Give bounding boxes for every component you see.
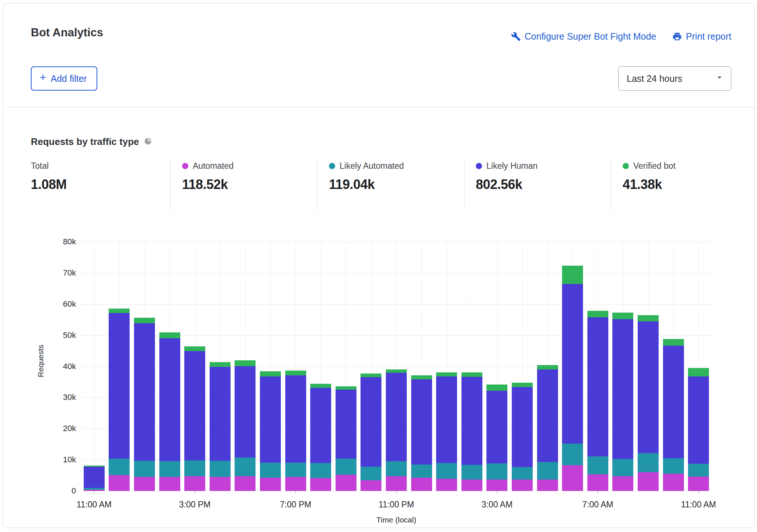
x-tick: [396, 491, 397, 494]
bar-700am-20: [587, 242, 608, 491]
bar-segment-automated: [663, 474, 684, 491]
bar-1000am-23: [663, 242, 684, 491]
bar-segment-verified-bot: [159, 332, 180, 338]
bar-segment-likely-automated: [134, 461, 155, 477]
stat-verified-bot: Verified bot 41.38k: [623, 161, 675, 192]
bar-segment-likely-automated: [638, 453, 659, 472]
bar-segment-automated: [285, 477, 306, 491]
bar-300pm-4: [184, 242, 205, 491]
bar-segment-likely-human: [184, 351, 205, 460]
bar-segment-automated: [512, 480, 533, 491]
bar-segment-automated: [436, 479, 457, 491]
bar-300am-16: [486, 242, 507, 491]
bar-segment-verified-bot: [411, 375, 432, 379]
bar-600pm-7: [260, 242, 281, 491]
bar-segment-likely-automated: [285, 463, 306, 477]
bar-segment-likely-human: [461, 377, 482, 464]
add-filter-label: Add filter: [51, 73, 87, 84]
stat-divider: [170, 160, 171, 211]
bar-segment-likely-automated: [361, 467, 381, 480]
bar-segment-automated: [486, 480, 507, 491]
x-tick-label: 7:00 AM: [561, 500, 634, 510]
add-filter-button[interactable]: Add filter: [31, 66, 97, 91]
bar-segment-verified-bot: [486, 385, 507, 391]
bar-segment-likely-human: [159, 338, 180, 461]
bar-600am-19: [562, 242, 583, 491]
bar-segment-automated: [361, 480, 381, 491]
bar-segment-likely-human: [285, 375, 306, 463]
bar-segment-likely-automated: [537, 462, 558, 480]
bar-segment-verified-bot: [235, 360, 256, 366]
bar-segment-likely-human: [210, 367, 231, 460]
bar-200am-15: [461, 242, 482, 491]
x-tick: [296, 491, 296, 494]
bar-700pm-8: [285, 242, 306, 491]
plus-icon: [38, 73, 48, 84]
y-tick-label: 50k: [47, 331, 76, 340]
bar-1000pm-11: [361, 242, 381, 491]
bar-segment-likely-human: [361, 377, 381, 467]
bar-segment-likely-automated: [663, 458, 684, 474]
y-tick-label: 30k: [47, 393, 76, 402]
bar-segment-likely-automated: [587, 456, 608, 474]
bar-segment-likely-human: [386, 373, 407, 461]
stat-total: Total 1.08M: [31, 161, 67, 192]
bar-800pm-9: [310, 242, 331, 491]
y-tick-label: 70k: [47, 268, 76, 278]
x-tick-label: 3:00 PM: [158, 500, 232, 510]
x-tick-label: 7:00 PM: [259, 500, 332, 510]
y-axis-title: Requests: [36, 335, 46, 387]
x-tick: [195, 491, 195, 494]
bar-100pm-2: [134, 242, 155, 491]
requests-stacked-bar-chart: 010k20k30k40k50k60k70k80k11:00 AM3:00 PM…: [82, 242, 711, 491]
stat-divider: [611, 160, 611, 211]
bar-segment-likely-automated: [260, 463, 281, 478]
configure-super-bot-fight-mode-link[interactable]: Configure Super Bot Fight Mode: [511, 31, 656, 42]
bar-segment-likely-human: [562, 284, 583, 444]
y-tick-label: 10k: [47, 455, 76, 464]
bar-segment-likely-human: [84, 467, 105, 488]
bar-segment-likely-human: [587, 317, 608, 456]
bar-segment-automated: [184, 476, 205, 491]
bar-segment-automated: [587, 474, 608, 491]
bar-segment-verified-bot: [688, 368, 709, 376]
bar-segment-likely-human: [310, 388, 331, 463]
bar-segment-likely-automated: [310, 463, 331, 478]
x-tick-label: 3:00 AM: [460, 500, 534, 510]
x-tick-label: 11:00 AM: [662, 500, 735, 510]
header-actions: Configure Super Bot Fight Mode Print rep…: [511, 31, 731, 42]
bar-segment-likely-automated: [386, 461, 407, 476]
print-report-link[interactable]: Print report: [672, 31, 731, 42]
bar-segment-verified-bot: [84, 466, 105, 467]
bar-segment-verified-bot: [210, 362, 231, 367]
stat-likely-human: Likely Human 802.56k: [476, 161, 537, 192]
bar-segment-likely-automated: [486, 463, 507, 479]
likely-human-dot: [476, 163, 482, 169]
x-tick-label: 11:00 AM: [57, 500, 131, 510]
bar-segment-likely-human: [537, 369, 558, 462]
y-tick-label: 80k: [47, 237, 76, 247]
bar-segment-likely-automated: [184, 460, 205, 476]
bar-segment-likely-human: [109, 313, 130, 459]
print-link-label: Print report: [686, 31, 731, 42]
bar-segment-automated: [260, 478, 281, 491]
stat-total-label: Total: [31, 161, 49, 171]
traffic-type-stats: Total 1.08M Automated 118.52k Likely Aut…: [3, 161, 757, 212]
bar-segment-likely-human: [260, 376, 281, 463]
bar-segment-automated: [235, 476, 256, 491]
bar-segment-likely-human: [336, 390, 356, 459]
bar-segment-automated: [386, 476, 407, 491]
bar-segment-automated: [336, 475, 356, 491]
bar-segment-automated: [159, 477, 180, 491]
bar-800am-21: [612, 242, 633, 491]
bar-1200pm-1: [109, 242, 130, 491]
bar-segment-verified-bot: [310, 384, 331, 388]
x-tick-label: 11:00 PM: [360, 500, 433, 510]
bar-segment-verified-bot: [562, 266, 583, 284]
wrench-icon: [511, 32, 521, 41]
bar-segment-likely-automated: [210, 461, 231, 477]
stat-total-value: 1.08M: [31, 177, 67, 192]
time-range-select[interactable]: Last 24 hours: [618, 66, 731, 91]
bar-900pm-10: [336, 242, 356, 491]
bar-segment-verified-bot: [612, 313, 633, 319]
